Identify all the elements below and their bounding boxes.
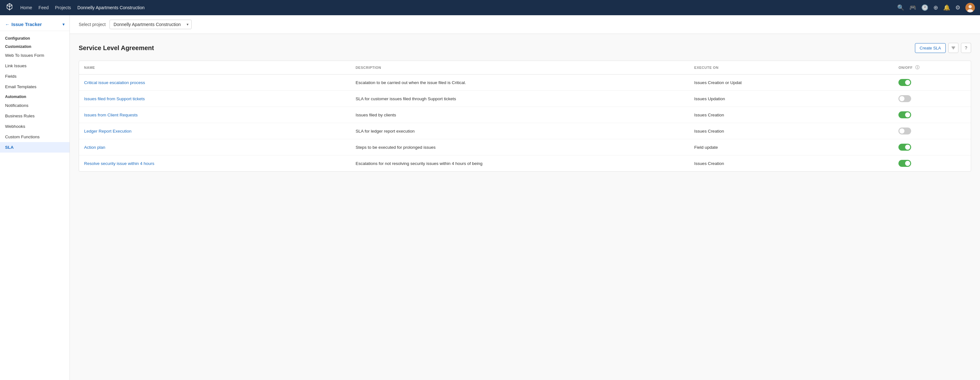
project-bar: Select project Donnelly Apartments Const… bbox=[70, 15, 980, 34]
bell-icon[interactable]: 🔔 bbox=[943, 4, 950, 11]
col-header-on-off: ON/OFF ⓘ bbox=[899, 65, 966, 70]
logo[interactable] bbox=[5, 3, 14, 13]
sla-execute-on-2: Issues Creation bbox=[694, 113, 896, 118]
toggle-slider-1 bbox=[899, 95, 911, 102]
table-row: Resolve security issue within 4 hours Es… bbox=[79, 156, 971, 171]
sidebar-item-web-to-issues[interactable]: Web To Issues Form bbox=[0, 50, 70, 60]
table-row: Critical issue escalation process Escala… bbox=[79, 75, 971, 91]
nav-right-icons: 🔍 🎮 🕐 ⊕ 🔔 ⚙ bbox=[897, 3, 975, 13]
table-row: Issues filed from Support tickets SLA fo… bbox=[79, 91, 971, 107]
sla-execute-on-0: Issues Creation or Updat bbox=[694, 80, 896, 85]
sla-name-3[interactable]: Ledger Report Execution bbox=[84, 129, 353, 134]
sidebar-item-sla[interactable]: SLA bbox=[0, 142, 70, 153]
sla-toggle-1[interactable] bbox=[899, 95, 966, 102]
user-avatar[interactable] bbox=[966, 3, 975, 13]
sidebar-item-link-issues[interactable]: Link Issues bbox=[0, 60, 70, 71]
sla-description-3: SLA for ledger report execution bbox=[355, 129, 692, 134]
main-content: Select project Donnelly Apartments Const… bbox=[70, 15, 980, 380]
toggle-slider-4 bbox=[899, 144, 911, 151]
sidebar-back-header[interactable]: ← Issue Tracker ▾ bbox=[0, 18, 70, 31]
nav-project-name[interactable]: Donnelly Apartments Construction bbox=[78, 5, 145, 10]
sidebar-item-custom-functions[interactable]: Custom Functions bbox=[0, 132, 70, 142]
toggle-label-0[interactable] bbox=[899, 79, 911, 86]
sla-name-0[interactable]: Critical issue escalation process bbox=[84, 80, 353, 85]
sla-description-0: Escalation to be carried out when the is… bbox=[355, 80, 692, 85]
clock-icon[interactable]: 🕐 bbox=[921, 4, 928, 11]
project-bar-label: Select project bbox=[79, 22, 106, 27]
sla-header: Service Level Agreement Create SLA ? bbox=[79, 43, 971, 53]
gamepad-icon[interactable]: 🎮 bbox=[909, 4, 916, 11]
search-icon[interactable]: 🔍 bbox=[897, 4, 904, 11]
sla-name-1[interactable]: Issues filed from Support tickets bbox=[84, 97, 353, 101]
sla-name-2[interactable]: Issues from Client Requests bbox=[84, 113, 353, 118]
col-header-name: NAME bbox=[84, 65, 353, 70]
help-icon-button[interactable]: ? bbox=[961, 43, 971, 53]
sla-execute-on-4: Field update bbox=[694, 145, 896, 150]
sla-execute-on-5: Issues Creation bbox=[694, 161, 896, 166]
sidebar-title: Issue Tracker bbox=[11, 22, 42, 27]
sla-toggle-5[interactable] bbox=[899, 160, 966, 167]
svg-point-1 bbox=[969, 5, 972, 8]
customization-section-label: Customization bbox=[0, 42, 70, 50]
back-arrow-icon: ← bbox=[5, 22, 10, 27]
sla-title: Service Level Agreement bbox=[79, 45, 154, 52]
toggle-slider-5 bbox=[899, 160, 911, 167]
col-header-execute-on: EXECUTE ON bbox=[694, 65, 896, 70]
sla-execute-on-3: Issues Creation bbox=[694, 129, 896, 134]
sort-icon-button[interactable] bbox=[948, 43, 958, 53]
sla-content-area: Service Level Agreement Create SLA ? bbox=[70, 34, 980, 180]
table-header: NAME DESCRIPTION EXECUTE ON ON/OFF ⓘ bbox=[79, 61, 971, 75]
sidebar-item-email-templates[interactable]: Email Templates bbox=[0, 81, 70, 92]
toggle-label-1[interactable] bbox=[899, 95, 911, 102]
sla-name-4[interactable]: Action plan bbox=[84, 145, 353, 150]
toggle-slider-0 bbox=[899, 79, 911, 86]
question-mark-icon: ? bbox=[965, 45, 967, 51]
sla-toggle-3[interactable] bbox=[899, 127, 966, 135]
project-select[interactable]: Donnelly Apartments Construction bbox=[110, 20, 192, 29]
sidebar-item-notifications[interactable]: Notifications bbox=[0, 100, 70, 111]
sla-toggle-4[interactable] bbox=[899, 144, 966, 151]
on-off-info-icon[interactable]: ⓘ bbox=[915, 65, 920, 70]
sla-description-4: Steps to be executed for prolonged issue… bbox=[355, 145, 692, 150]
table-row: Issues from Client Requests Issues filed… bbox=[79, 107, 971, 123]
nav-home[interactable]: Home bbox=[20, 5, 32, 10]
sla-toggle-0[interactable] bbox=[899, 79, 966, 86]
settings-icon[interactable]: ⚙ bbox=[955, 4, 960, 11]
sidebar: ← Issue Tracker ▾ Configuration Customiz… bbox=[0, 15, 70, 380]
sla-toggle-2[interactable] bbox=[899, 111, 966, 118]
automation-section-label: Automation bbox=[0, 92, 70, 100]
sidebar-item-webhooks[interactable]: Webhooks bbox=[0, 121, 70, 132]
sla-description-5: Escalations for not resolving security i… bbox=[355, 161, 692, 166]
project-select-wrapper[interactable]: Donnelly Apartments Construction ▾ bbox=[110, 20, 192, 29]
sla-description-2: Issues filed by clients bbox=[355, 113, 692, 118]
sla-actions: Create SLA ? bbox=[915, 43, 971, 53]
table-row: Action plan Steps to be executed for pro… bbox=[79, 139, 971, 156]
nav-projects[interactable]: Projects bbox=[55, 5, 71, 10]
sla-description-1: SLA for customer issues filed through Su… bbox=[355, 97, 692, 101]
toggle-label-4[interactable] bbox=[899, 144, 911, 151]
sla-execute-on-1: Issues Updation bbox=[694, 97, 896, 101]
sla-name-5[interactable]: Resolve security issue within 4 hours bbox=[84, 161, 353, 166]
sidebar-item-fields[interactable]: Fields bbox=[0, 71, 70, 81]
sla-table: NAME DESCRIPTION EXECUTE ON ON/OFF ⓘ Cri… bbox=[79, 60, 971, 172]
top-navigation: Home Feed Projects Donnelly Apartments C… bbox=[0, 0, 980, 15]
sidebar-item-business-rules[interactable]: Business Rules bbox=[0, 111, 70, 121]
nav-feed[interactable]: Feed bbox=[38, 5, 49, 10]
toggle-label-5[interactable] bbox=[899, 160, 911, 167]
toggle-slider-3 bbox=[899, 127, 911, 135]
toggle-slider-2 bbox=[899, 111, 911, 118]
table-row: Ledger Report Execution SLA for ledger r… bbox=[79, 123, 971, 139]
create-sla-button[interactable]: Create SLA bbox=[915, 43, 946, 53]
toggle-label-2[interactable] bbox=[899, 111, 911, 118]
dropdown-arrow-icon: ▾ bbox=[62, 22, 64, 27]
config-section-label: Configuration bbox=[0, 33, 70, 42]
plus-circle-icon[interactable]: ⊕ bbox=[933, 4, 938, 11]
toggle-label-3[interactable] bbox=[899, 127, 911, 135]
col-header-description: DESCRIPTION bbox=[355, 65, 692, 70]
